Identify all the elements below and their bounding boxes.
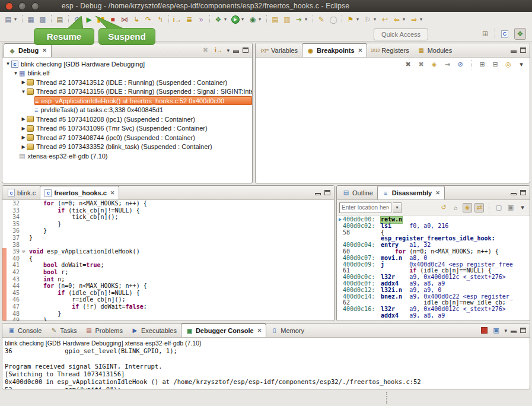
tab-outline[interactable]: ▤Outline xyxy=(338,186,377,199)
track-expression-icon[interactable]: ◈ xyxy=(463,203,472,212)
code-editor[interactable]: 32 for (n=0; n<MAX_HOOKS; n++) {33 if (t… xyxy=(2,200,334,321)
debug-tree-item[interactable]: ▶Thread #5 1073410208 (ipc1) (Suspended … xyxy=(2,115,252,124)
disassembly-line[interactable]: 400d0c07:movi.n a8, 0 xyxy=(337,255,530,262)
external-tools-icon-dropdown[interactable]: ▾ xyxy=(305,17,310,22)
debug-tree-item[interactable]: ▶Thread #2 1073413512 (IDLE : Running) (… xyxy=(2,78,252,87)
debug-tree-item[interactable]: ≡prvIdleTask() at tasks.c:3,338 0x400845… xyxy=(2,106,252,115)
remove-breakpoint-icon[interactable]: ✖ xyxy=(403,60,413,69)
use-step-filters-icon[interactable]: » xyxy=(196,14,206,25)
terminate-icon[interactable]: ■ xyxy=(107,14,118,25)
line-number[interactable]: 36 xyxy=(7,227,22,234)
refresh-icon[interactable]: ↺ xyxy=(439,203,448,212)
collapse-all-icon[interactable]: ⊟ xyxy=(490,60,500,69)
line-number[interactable]: 40 xyxy=(7,255,22,262)
location-combo-arrow-icon[interactable]: ▾ xyxy=(393,202,402,213)
remove-all-terminated-icon[interactable]: ✖ xyxy=(200,46,210,55)
open-new-view-icon[interactable]: ▢ xyxy=(494,203,504,212)
disconnect-icon[interactable]: ⋈ xyxy=(119,14,130,25)
line-number[interactable]: 48 xyxy=(7,310,22,318)
save-icon[interactable]: ▦ xyxy=(26,14,36,25)
debug-tree-item[interactable]: ▶Thread #6 1073431096 (Tmr Svc) (Suspend… xyxy=(2,124,252,134)
breakpoints-content[interactable] xyxy=(256,72,530,182)
tab-freertos-hooks-c[interactable]: cfreertos_hooks.c✕ xyxy=(40,186,119,199)
debug-tree-item[interactable]: ▼▦blink.elf xyxy=(2,69,252,78)
skip-all-breakpoints-icon[interactable]: ⊘ xyxy=(455,60,465,69)
disassembly-line[interactable]: 400d0c12:l32i.n a9, a9, 0 xyxy=(337,287,530,294)
line-number[interactable]: 38 xyxy=(7,242,22,249)
expand-arrow-icon[interactable]: ▶ xyxy=(20,144,27,150)
expand-arrow-icon[interactable]: ▶ xyxy=(20,80,27,85)
disassembly-content[interactable]: 400d0c00:retw.n400d0c02:lsi f0, a0, 2165… xyxy=(337,215,530,320)
code-line[interactable]: 37} xyxy=(2,234,334,242)
tab-memory[interactable]: ▯Memory xyxy=(266,323,308,337)
pin-view-icon[interactable]: ▣ xyxy=(506,203,515,212)
tab-tasks[interactable]: ✎Tasks xyxy=(46,323,81,337)
external-tools-icon[interactable]: ➔ xyxy=(294,14,304,25)
last-edit-location-icon[interactable]: ↩ xyxy=(380,14,390,25)
fold-marker-icon[interactable]: ⊖ xyxy=(22,248,29,255)
collapse-arrow-icon[interactable]: ▼ xyxy=(5,61,11,66)
tab-close-icon[interactable]: ✕ xyxy=(42,47,47,53)
tab-problems[interactable]: ▤Problems xyxy=(81,323,126,337)
line-number[interactable]: 33 xyxy=(7,207,22,214)
cpp-perspective-button[interactable]: C xyxy=(499,28,511,40)
link-with-debug-icon[interactable]: ◎ xyxy=(504,60,513,69)
remove-all-breakpoints-icon[interactable]: ✖ xyxy=(416,60,426,69)
tab-disassembly[interactable]: ≡Disassembly✕ xyxy=(377,186,445,199)
tab-variables[interactable]: (x)=Variables xyxy=(257,43,302,57)
code-line[interactable]: 47 if (!r) doWait=false; xyxy=(2,303,334,310)
code-line[interactable]: 32 for (n=0; n<MAX_HOOKS; n++) { xyxy=(2,200,334,207)
home-icon[interactable]: ⌂ xyxy=(451,203,460,212)
line-number[interactable]: 42 xyxy=(7,269,22,276)
code-line[interactable]: 42 bool r; xyxy=(2,269,334,276)
debug-icon[interactable]: ❖ xyxy=(213,14,224,25)
line-number[interactable]: 34 xyxy=(7,214,22,221)
profile-icon-dropdown[interactable]: ▾ xyxy=(259,17,263,22)
tab-close-icon[interactable]: ✕ xyxy=(435,190,440,196)
debug-tree-item[interactable]: ▶Thread #9 1073433352 (blink_task) (Susp… xyxy=(2,142,252,152)
view-menu-icon[interactable]: ▾ xyxy=(517,60,526,69)
debug-perspective-button[interactable]: ❖ xyxy=(514,28,526,40)
step-into-icon[interactable]: ↳ xyxy=(131,14,142,25)
line-number[interactable]: 44 xyxy=(7,283,22,290)
console-actions-icon[interactable]: ≣ xyxy=(184,14,195,25)
minimize-view-icon[interactable] xyxy=(315,193,321,195)
maximize-view-icon[interactable] xyxy=(520,190,526,195)
line-number[interactable]: 45 xyxy=(7,290,22,297)
tab-breakpoints[interactable]: ◉Breakpoints✕ xyxy=(302,43,367,57)
next-annotation-icon-dropdown[interactable]: ▾ xyxy=(356,17,361,22)
debug-tree-item[interactable]: ▼Thread #3 1073413156 (IDLE : Running) (… xyxy=(2,87,252,97)
code-line[interactable]: 41 bool doWait=true; xyxy=(2,262,334,269)
maximize-view-icon[interactable] xyxy=(243,47,249,53)
code-line[interactable]: 35 } xyxy=(2,221,334,228)
profile-icon[interactable]: ◉ xyxy=(247,14,258,25)
search-icon[interactable]: ◯ xyxy=(328,14,339,25)
debug-tree-item[interactable]: ▼cblink checking [GDB Hardware Debugging… xyxy=(2,59,252,69)
line-number[interactable]: 47 xyxy=(7,303,22,310)
expand-arrow-icon[interactable]: ▶ xyxy=(20,116,27,122)
line-number[interactable]: 43 xyxy=(7,276,22,283)
disassembly-line[interactable]: addx4 a9, a8, a9 xyxy=(337,313,530,319)
new-wizard-icon[interactable]: ▤ xyxy=(3,14,14,25)
expand-arrow-icon[interactable]: ▶ xyxy=(20,135,27,140)
collapse-arrow-icon[interactable]: ▼ xyxy=(20,89,27,94)
expand-all-icon[interactable]: ⊞ xyxy=(477,60,487,69)
line-number[interactable]: 49 xyxy=(7,317,22,321)
forward-icon[interactable]: ⇒ xyxy=(409,14,419,25)
maximize-view-icon[interactable] xyxy=(520,328,526,333)
console-dropdown-icon[interactable]: ▾ xyxy=(504,328,507,334)
tab-debug[interactable]: ◈ Debug ✕ xyxy=(4,43,52,57)
debug-tree-item[interactable]: ▤xtensa-esp32-elf-gdb (7.10) xyxy=(2,151,252,161)
code-line[interactable]: 44 for (n=0; n<MAX_HOOKS; n++) { xyxy=(2,283,334,290)
previous-annotation-icon-dropdown[interactable]: ▾ xyxy=(374,17,378,22)
go-to-file-icon[interactable]: ⇥ xyxy=(442,60,452,69)
line-number[interactable]: 37 xyxy=(7,234,22,242)
code-line[interactable]: 39⊖void esp_vApplicationIdleHook() xyxy=(2,248,334,255)
debug-tree[interactable]: ▼cblink checking [GDB Hardware Debugging… xyxy=(2,58,252,161)
tab-blink-c[interactable]: cblink.c xyxy=(4,186,40,199)
build-binary-icon[interactable]: ▤ xyxy=(55,14,65,25)
line-number[interactable]: 39 xyxy=(7,248,22,255)
resume-icon[interactable]: ▶ xyxy=(84,14,94,25)
code-line[interactable]: 45 if (idle_cb[n]!=NULL) { xyxy=(2,290,334,297)
debug-icon-dropdown[interactable]: ▾ xyxy=(224,17,229,22)
